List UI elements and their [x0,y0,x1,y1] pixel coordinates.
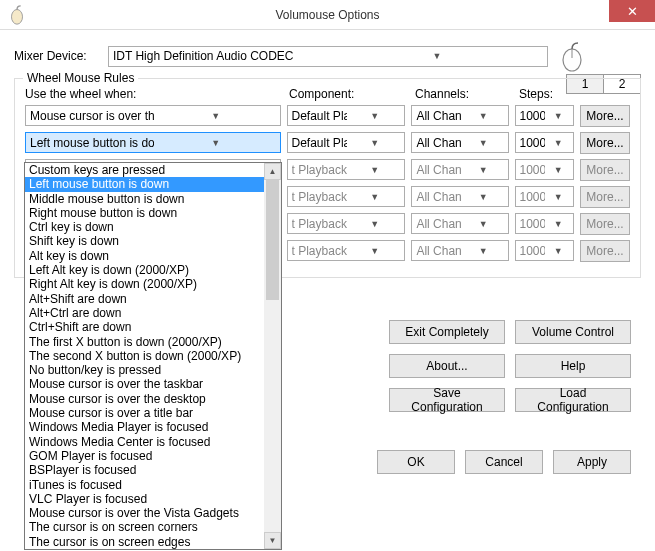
column-headers: Use the wheel when: Component: Channels:… [25,87,630,101]
dropdown-item[interactable]: Middle mouse button is down [25,192,264,206]
dropdown-item[interactable]: Mouse cursor is over a title bar [25,406,264,420]
chevron-down-icon: ▼ [347,219,402,229]
rule-row: Mouse cursor is over the taskbar▼Default… [25,105,630,127]
dropdown-item[interactable]: Windows Media Player is focused [25,420,264,434]
dropdown-item[interactable]: The cursor is on screen edges [25,535,264,549]
rule-row: Left mouse button is down▼Default Playba… [25,132,630,154]
save-config-button[interactable]: Save Configuration [389,388,505,412]
dropdown-item[interactable]: The cursor is on screen corners [25,520,264,534]
more-button[interactable]: More... [580,240,630,262]
load-config-button[interactable]: Load Configuration [515,388,631,412]
combo-value: All Channels [416,244,461,258]
combo-value: 1000 [520,109,546,123]
dropdown-item[interactable]: Use hot-keys instead of mouse wheel [25,549,264,550]
dropdown-scrollbar[interactable]: ▲ ▼ [264,163,281,549]
about-button[interactable]: About... [389,354,505,378]
header-steps: Steps: [519,87,579,101]
dropdown-item[interactable]: Alt key is down [25,249,264,263]
dropdown-item[interactable]: The second X button is down (2000/XP) [25,349,264,363]
dropdown-item[interactable]: VLC Player is focused [25,492,264,506]
ok-button[interactable]: OK [377,450,455,474]
chevron-down-icon: ▼ [545,246,571,256]
dropdown-item[interactable]: Left Alt key is down (2000/XP) [25,263,264,277]
dropdown-item[interactable]: Ctrl key is down [25,220,264,234]
dropdown-item[interactable]: Alt+Shift are down [25,292,264,306]
cancel-button[interactable]: Cancel [465,450,543,474]
header-wheel: Use the wheel when: [25,87,283,101]
component-combo[interactable]: t Playback▼ [287,213,406,234]
channels-combo[interactable]: All Channels▼ [411,105,508,126]
scroll-thumb[interactable] [266,180,279,300]
chevron-down-icon: ▼ [461,138,506,148]
scroll-down-icon[interactable]: ▼ [264,532,281,549]
dropdown-item[interactable]: Ctrl+Shift are down [25,320,264,334]
combo-value: All Channels [416,163,461,177]
dropdown-item[interactable]: Windows Media Center is focused [25,435,264,449]
combo-value: Default Playback [292,136,347,150]
steps-combo[interactable]: 1000▼ [515,159,574,180]
volume-control-button[interactable]: Volume Control [515,320,631,344]
component-combo[interactable]: t Playback▼ [287,240,406,261]
help-button[interactable]: Help [515,354,631,378]
dropdown-item[interactable]: Shift key is down [25,234,264,248]
dropdown-item[interactable]: Right Alt key is down (2000/XP) [25,277,264,291]
mouse-icon [556,40,588,72]
component-combo[interactable]: t Playback▼ [287,186,406,207]
chevron-down-icon: ▼ [461,219,506,229]
header-component: Component: [289,87,409,101]
dropdown-item[interactable]: Alt+Ctrl are down [25,306,264,320]
chevron-down-icon: ▼ [545,111,571,121]
chevron-down-icon: ▼ [329,51,545,61]
dropdown-item[interactable]: GOM Player is focused [25,449,264,463]
more-button[interactable]: More... [580,159,630,181]
channels-combo[interactable]: All Channels▼ [411,132,508,153]
app-icon [6,4,28,26]
fieldset-label: Wheel Mouse Rules [23,71,138,85]
exit-button[interactable]: Exit Completely [389,320,505,344]
channels-combo[interactable]: All Channels▼ [411,213,508,234]
more-button[interactable]: More... [580,105,630,127]
apply-button[interactable]: Apply [553,450,631,474]
dropdown-item[interactable]: Mouse cursor is over the taskbar [25,377,264,391]
close-button[interactable]: ✕ [609,0,655,22]
dropdown-item[interactable]: iTunes is focused [25,478,264,492]
chevron-down-icon: ▼ [347,138,402,148]
wheel-condition-combo[interactable]: Mouse cursor is over the taskbar▼ [25,105,281,126]
chevron-down-icon: ▼ [461,192,506,202]
channels-combo[interactable]: All Channels▼ [411,240,508,261]
steps-combo[interactable]: 1000▼ [515,132,574,153]
mixer-device-combo[interactable]: IDT High Definition Audio CODEC ▼ [108,46,548,67]
titlebar: Volumouse Options ✕ [0,0,655,30]
component-combo[interactable]: Default Playback▼ [287,132,406,153]
more-button[interactable]: More... [580,213,630,235]
steps-combo[interactable]: 1000▼ [515,240,574,261]
dropdown-item[interactable]: Mouse cursor is over the desktop [25,392,264,406]
scroll-up-icon[interactable]: ▲ [264,163,281,180]
chevron-down-icon: ▼ [154,138,278,148]
window-title: Volumouse Options [275,8,379,22]
channels-combo[interactable]: All Channels▼ [411,186,508,207]
chevron-down-icon: ▼ [545,138,571,148]
dropdown-item[interactable]: Custom keys are pressed [25,163,264,177]
combo-value: t Playback [292,217,347,231]
steps-combo[interactable]: 1000▼ [515,213,574,234]
wheel-condition-combo[interactable]: Left mouse button is down▼ [25,132,281,153]
footer-buttons: OK Cancel Apply [377,450,631,474]
more-button[interactable]: More... [580,186,630,208]
dropdown-item[interactable]: No button/key is pressed [25,363,264,377]
dropdown-item[interactable]: Mouse cursor is over the Vista Gadgets [25,506,264,520]
component-combo[interactable]: t Playback▼ [287,159,406,180]
dropdown-item[interactable]: The first X button is down (2000/XP) [25,335,264,349]
dropdown-item[interactable]: Left mouse button is down [25,177,264,191]
more-button[interactable]: More... [580,132,630,154]
dropdown-item[interactable]: Right mouse button is down [25,206,264,220]
wheel-condition-dropdown[interactable]: Custom keys are pressedLeft mouse button… [24,162,282,550]
steps-combo[interactable]: 1000▼ [515,105,574,126]
steps-combo[interactable]: 1000▼ [515,186,574,207]
component-combo[interactable]: Default Playback▼ [287,105,406,126]
channels-combo[interactable]: All Channels▼ [411,159,508,180]
combo-value: Default Playback [292,109,347,123]
dropdown-item[interactable]: BSPlayer is focused [25,463,264,477]
combo-value: All Channels [416,136,461,150]
combo-value: t Playback [292,163,347,177]
